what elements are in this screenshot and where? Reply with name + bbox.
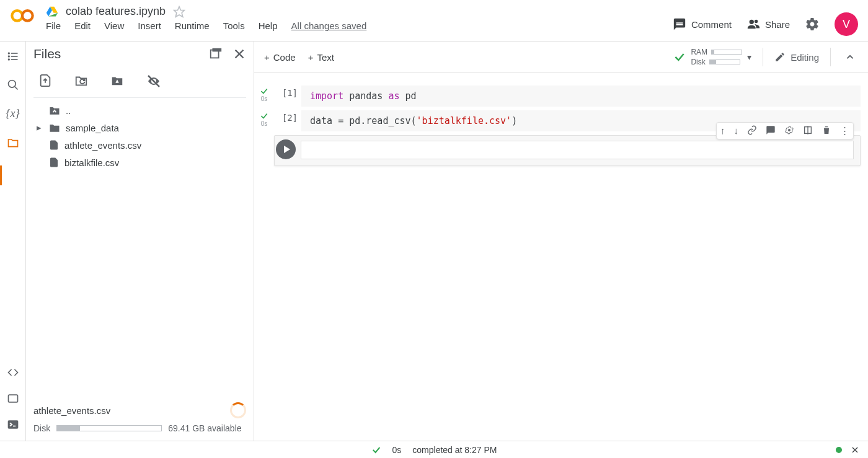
toolbar-divider (763, 48, 763, 66)
cell-check-icon (260, 87, 268, 95)
file-label: .. (66, 105, 71, 116)
active-code-cell[interactable]: ↑ ↓ ⋮ (258, 135, 861, 166)
new-window-icon[interactable] (209, 47, 223, 61)
svg-point-10 (8, 59, 9, 60)
main-toolbar: +Code +Text RAM Disk ▾ Editing (254, 42, 868, 73)
toolbar-divider (830, 48, 831, 66)
code-cell[interactable]: 0s [1] import pandas as pd (258, 86, 861, 107)
expand-icon[interactable]: ▸ (35, 122, 43, 133)
add-code-label: Code (273, 52, 296, 63)
svg-point-0 (12, 11, 22, 21)
share-label: Share (765, 19, 790, 30)
drive-icon (46, 6, 58, 18)
file-label: biztalkfile.csv (64, 157, 119, 168)
menu-edit[interactable]: Edit (74, 20, 91, 31)
comment-label: Comment (691, 19, 732, 30)
more-icon[interactable]: ⋮ (840, 125, 849, 136)
menu-file[interactable]: File (46, 20, 61, 31)
link-icon[interactable] (747, 125, 757, 136)
status-check-icon (371, 445, 381, 455)
disk-label: Disk (691, 58, 705, 66)
folder-sample-data[interactable]: ▸ sample_data (33, 119, 246, 136)
svg-point-8 (8, 53, 9, 54)
upload-icon[interactable] (38, 74, 52, 89)
status-close-icon[interactable] (851, 446, 859, 454)
title-row: colab features.ipynb (46, 5, 673, 18)
add-code-button[interactable]: +Code (264, 52, 296, 63)
file-tree: .. ▸ sample_data athlete_events.csv bizt… (33, 102, 246, 402)
uploading-file: athlete_events.csv (33, 405, 110, 416)
file-athlete-events[interactable]: athlete_events.csv (33, 136, 246, 154)
editing-mode-button[interactable]: Editing (774, 51, 819, 63)
move-down-icon[interactable]: ↓ (734, 125, 739, 136)
left-rail: {x} (0, 42, 26, 441)
hide-icon[interactable] (146, 74, 161, 89)
mount-drive-icon[interactable] (110, 74, 124, 89)
code-input[interactable] (301, 141, 854, 159)
doc-title[interactable]: colab features.ipynb (66, 5, 166, 18)
files-title: Files (33, 46, 61, 61)
status-bar: 0s completed at 8:27 PM (0, 441, 868, 458)
comment-button[interactable]: Comment (673, 17, 732, 31)
cell-settings-icon[interactable] (784, 125, 794, 136)
dropdown-icon[interactable]: ▾ (747, 52, 751, 62)
command-palette-icon[interactable] (7, 392, 19, 405)
connection-indicator-icon (836, 447, 842, 453)
comment-cell-icon[interactable] (766, 125, 776, 136)
svg-point-9 (8, 56, 9, 57)
header: colab features.ipynb File Edit View Inse… (0, 0, 868, 36)
svg-line-12 (14, 87, 17, 90)
ram-label: RAM (691, 48, 707, 56)
cell-index: [2] (274, 110, 298, 123)
cell-code[interactable]: import pandas as pd (301, 86, 861, 107)
check-icon (673, 51, 686, 63)
upload-spinner-icon (230, 402, 246, 418)
collapse-icon[interactable] (842, 49, 858, 65)
variables-icon[interactable]: {x} (6, 107, 19, 120)
file-label: athlete_events.csv (64, 140, 141, 151)
move-up-icon[interactable]: ↑ (720, 125, 725, 136)
cell-toolbar: ↑ ↓ ⋮ (716, 122, 854, 139)
svg-point-4 (755, 20, 758, 24)
cell-time: 0s (261, 120, 268, 127)
refresh-icon[interactable] (74, 74, 88, 89)
share-button[interactable]: Share (746, 17, 790, 31)
close-panel-icon[interactable] (232, 47, 246, 61)
star-icon[interactable] (173, 6, 185, 18)
menu-help[interactable]: Help (259, 20, 278, 31)
status-completed: completed at 8:27 PM (412, 445, 497, 455)
toc-icon[interactable] (7, 50, 19, 63)
header-right: Comment Share V (673, 12, 858, 36)
plus-icon: + (264, 52, 270, 63)
file-biztalkfile[interactable]: biztalkfile.csv (33, 154, 246, 171)
cell-check-icon (260, 112, 268, 120)
files-rail-icon[interactable] (7, 136, 19, 149)
svg-point-1 (22, 11, 33, 21)
menu-insert[interactable]: Insert (138, 20, 161, 31)
user-avatar[interactable]: V (835, 12, 858, 36)
files-footer: athlete_events.csv Disk 69.41 GB availab… (33, 402, 246, 433)
editing-label: Editing (790, 52, 819, 63)
add-text-button[interactable]: +Text (308, 52, 334, 63)
delete-icon[interactable] (822, 125, 831, 136)
svg-rect-17 (213, 49, 221, 51)
menu-tools[interactable]: Tools (223, 20, 245, 31)
find-icon[interactable] (7, 79, 19, 91)
notebook: 0s [1] import pandas as pd 0s [2] data =… (254, 73, 868, 441)
file-up[interactable]: .. (33, 102, 246, 119)
status-time: 0s (392, 445, 402, 455)
disk-available: 69.41 GB available (168, 423, 241, 433)
menu-runtime[interactable]: Runtime (175, 20, 210, 31)
resource-indicator[interactable]: RAM Disk ▾ (673, 48, 751, 66)
mirror-icon[interactable] (803, 125, 813, 136)
menu-view[interactable]: View (104, 20, 124, 31)
run-cell-button[interactable] (276, 139, 296, 159)
svg-point-11 (8, 81, 16, 88)
settings-gear-icon[interactable] (805, 17, 820, 32)
svg-rect-14 (7, 420, 18, 428)
header-center: colab features.ipynb File Edit View Inse… (46, 5, 673, 31)
disk-usage-bar (56, 425, 162, 431)
saved-status[interactable]: All changes saved (291, 20, 367, 31)
snippets-icon[interactable] (7, 366, 19, 379)
terminal-icon[interactable] (7, 418, 19, 431)
